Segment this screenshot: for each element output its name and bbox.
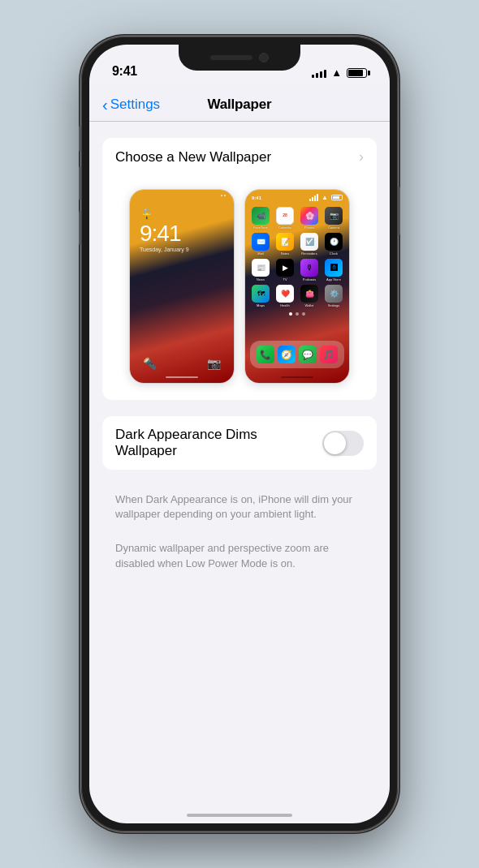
wallpaper-previews: 🔒 9:41 Tuesday, January 9 🔦 📷	[102, 176, 377, 400]
app-clock-icon[interactable]: 🕐	[325, 233, 343, 251]
app-grid: 📹 FaceTime 28 Calendar	[245, 205, 349, 309]
dark-appearance-row: Dark Appearance Dims Wallpaper	[102, 416, 377, 470]
status-icons: ▲	[312, 67, 367, 79]
signal-icon	[312, 68, 326, 78]
status-time: 9:41	[112, 64, 137, 79]
app-health-icon[interactable]: ❤️	[276, 285, 294, 303]
dock-safari-icon[interactable]: 🧭	[278, 346, 296, 363]
dock-messages-icon[interactable]: 💬	[299, 346, 317, 363]
power-button[interactable]	[398, 187, 400, 235]
front-camera	[259, 53, 269, 62]
home-indicator	[187, 814, 292, 817]
navigation-bar: ‹ Settings Wallpaper	[89, 85, 390, 122]
dark-appearance-toggle[interactable]	[322, 431, 364, 456]
wifi-icon: ▲	[331, 67, 342, 79]
lock-time: 9:41	[140, 222, 224, 245]
app-calendar-icon[interactable]: 28	[276, 207, 294, 225]
app-appstore-icon[interactable]: 🅰	[325, 259, 343, 277]
flashlight-icon: 🔦	[143, 357, 157, 370]
back-label: Settings	[110, 97, 160, 113]
chevron-right-icon: ›	[359, 148, 364, 165]
choose-wallpaper-label: Choose a New Wallpaper	[115, 149, 271, 165]
dark-appearance-label: Dark Appearance Dims Wallpaper	[115, 427, 314, 459]
dock-music-icon[interactable]: 🎵	[320, 346, 338, 363]
app-podcasts-icon[interactable]: 🎙	[300, 259, 318, 277]
app-tv-icon[interactable]: ▶	[276, 259, 294, 277]
volume-down-button[interactable]	[79, 211, 81, 245]
app-news-icon[interactable]: 📰	[252, 259, 270, 277]
lock-date: Tuesday, January 9	[140, 247, 224, 252]
dock: 📞 🧭 💬 🎵	[250, 341, 344, 368]
app-reminders-icon[interactable]: ☑️	[300, 233, 318, 251]
notch	[179, 45, 300, 71]
app-photos-icon[interactable]: 🌸	[300, 207, 318, 225]
back-chevron-icon: ‹	[102, 96, 108, 114]
volume-up-button[interactable]	[79, 166, 81, 200]
dark-appearance-card: Dark Appearance Dims Wallpaper	[102, 416, 377, 470]
battery-icon	[347, 68, 367, 78]
lockscreen-preview[interactable]: 🔒 9:41 Tuesday, January 9 🔦 📷	[129, 189, 235, 384]
choose-wallpaper-card: Choose a New Wallpaper ›	[102, 138, 377, 400]
phone-frame: 9:41 ▲ ‹ Settings	[81, 37, 398, 831]
homescreen-preview[interactable]: 9:41 ▲	[244, 189, 350, 384]
choose-wallpaper-item[interactable]: Choose a New Wallpaper ›	[102, 138, 377, 176]
app-facetime-icon[interactable]: 📹	[252, 207, 270, 225]
settings-content: Choose a New Wallpaper ›	[89, 122, 390, 600]
app-notes-icon[interactable]: 📝	[276, 233, 294, 251]
silent-button[interactable]	[79, 126, 81, 152]
lock-icon: 🔒	[140, 208, 224, 221]
phone-screen: 9:41 ▲ ‹ Settings	[89, 45, 390, 823]
low-power-note: Dynamic wallpaper and perspective zoom a…	[89, 535, 390, 583]
app-mail-icon[interactable]: ✉️	[252, 233, 270, 251]
app-camera-icon[interactable]: 📷	[325, 207, 343, 225]
dock-phone-icon[interactable]: 📞	[257, 346, 274, 363]
page-dots	[245, 309, 349, 319]
speaker-grille	[210, 55, 252, 60]
page-title: Wallpaper	[208, 97, 272, 113]
camera-icon: 📷	[207, 357, 221, 370]
toggle-knob	[324, 432, 346, 454]
dark-appearance-note: When Dark Appearance is on, iPhone will …	[89, 486, 390, 535]
home-time: 9:41	[252, 196, 261, 200]
back-button[interactable]: ‹ Settings	[102, 96, 160, 114]
app-settings-icon[interactable]: ⚙️	[325, 285, 343, 303]
app-maps-icon[interactable]: 🗺	[252, 285, 270, 303]
app-wallet-icon[interactable]: 👛	[300, 285, 318, 303]
content-area: ‹ Settings Wallpaper Choose a New Wallpa…	[89, 85, 390, 823]
